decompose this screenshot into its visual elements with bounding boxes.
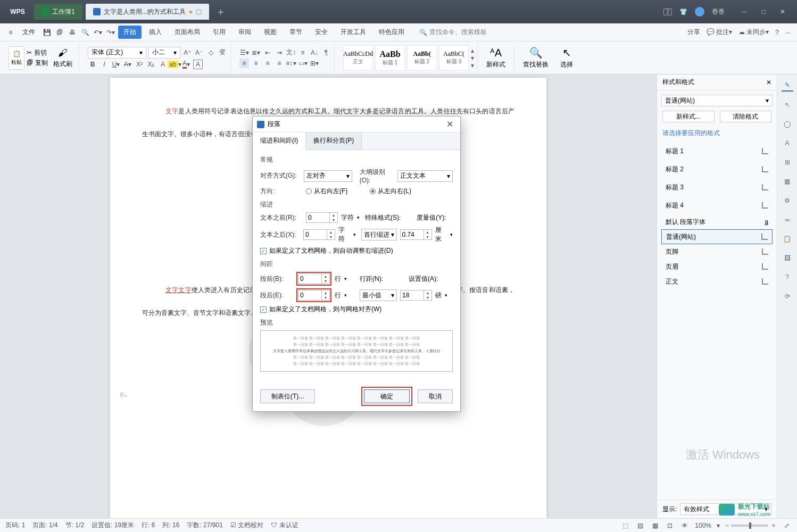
font-shrink-icon[interactable]: A⁻ bbox=[194, 48, 204, 57]
rail-help-icon[interactable]: ? bbox=[782, 271, 793, 283]
dialog-tab-breaks[interactable]: 换行和分页(P) bbox=[306, 132, 362, 149]
before-text-spinner[interactable]: ▲▼ bbox=[306, 212, 338, 223]
fit-icon[interactable]: ⤢ bbox=[782, 521, 792, 530]
undo-alt-icon[interactable]: 🗐 bbox=[54, 27, 65, 38]
style-gallery-more[interactable]: ▴▾▾ bbox=[471, 47, 474, 69]
undo-icon[interactable]: ↶▾ bbox=[93, 27, 103, 38]
bold-icon[interactable]: B bbox=[88, 60, 97, 69]
new-style-button[interactable]: ᴬA新样式 bbox=[483, 46, 509, 69]
find-replace-button[interactable]: 🔍查找替换 bbox=[520, 46, 552, 69]
direction-ltr-radio[interactable]: 从左向右(L) bbox=[370, 187, 411, 196]
space-before-spinner[interactable]: ▲▼ bbox=[298, 273, 330, 284]
sb-section[interactable]: 节: 1/2 bbox=[65, 521, 84, 530]
file-menu[interactable]: 文件 bbox=[18, 27, 39, 38]
ribbon-tab-ref[interactable]: 引用 bbox=[207, 26, 231, 39]
border-icon[interactable]: ⊞▾ bbox=[310, 59, 319, 68]
copy-button[interactable]: 🗐复制 bbox=[27, 59, 48, 68]
sb-auth[interactable]: 🛡 未认证 bbox=[271, 521, 298, 530]
auto-adjust-check[interactable]: ✓如果定义了文档网格，则自动调整右缩进(D) bbox=[260, 246, 453, 255]
font-grow-icon[interactable]: A⁺ bbox=[182, 48, 192, 57]
line-space-icon[interactable]: ≡↕▾ bbox=[286, 59, 296, 68]
rail-settings-icon[interactable]: ⚙ bbox=[782, 195, 793, 206]
enclose-icon[interactable]: A bbox=[193, 60, 203, 69]
sort-icon[interactable]: A↓ bbox=[310, 48, 319, 57]
style-item-h4[interactable]: 标题 4 bbox=[661, 196, 773, 214]
select-button[interactable]: ↖选择 bbox=[557, 46, 576, 69]
menu-icon[interactable]: ≡ bbox=[5, 27, 16, 38]
align-justify-icon[interactable]: ≡ bbox=[275, 59, 284, 68]
rail-shape-icon[interactable]: ◯ bbox=[782, 118, 793, 130]
set-value-spinner[interactable]: ▲▼ bbox=[400, 290, 432, 301]
italic-icon[interactable]: I bbox=[99, 60, 109, 69]
sb-row[interactable]: 行: 6 bbox=[142, 521, 155, 530]
chevron-down-icon[interactable]: ▾ bbox=[450, 232, 453, 237]
style-item-footer[interactable]: 页脚 bbox=[661, 244, 773, 259]
paste-button[interactable]: 📋 粘贴 bbox=[9, 46, 24, 70]
align-left-icon[interactable]: ≡ bbox=[239, 59, 249, 68]
line-spacing-combo[interactable]: 最小值▾ bbox=[360, 289, 397, 301]
ribbon-tab-review[interactable]: 审阅 bbox=[233, 26, 256, 39]
rail-style-icon[interactable]: ✎ bbox=[782, 80, 793, 92]
ribbon-tab-layout[interactable]: 页面布局 bbox=[169, 26, 205, 39]
rail-table-icon[interactable]: ⊞ bbox=[782, 156, 793, 168]
ribbon-tab-special[interactable]: 特色应用 bbox=[373, 26, 410, 39]
font-size-combo[interactable]: 小二▾ bbox=[148, 47, 180, 59]
align-combo[interactable]: 左对齐▾ bbox=[304, 170, 352, 182]
ok-button[interactable]: 确定 bbox=[364, 389, 410, 403]
measure-spinner[interactable]: ▲▼ bbox=[400, 229, 432, 240]
rail-cell-icon[interactable]: ▦ bbox=[782, 176, 793, 187]
redo-icon[interactable]: ↷▾ bbox=[105, 27, 116, 38]
user-avatar-icon[interactable] bbox=[695, 7, 704, 16]
zoom-value[interactable]: 100% bbox=[695, 522, 711, 529]
notification-badge[interactable]: 2 bbox=[663, 9, 672, 15]
section-handle-icon[interactable]: ⎘▾ bbox=[120, 391, 133, 404]
rail-link-icon[interactable]: ⫘ bbox=[782, 214, 793, 226]
after-text-spinner[interactable]: ▲▼ bbox=[303, 229, 335, 240]
chevron-down-icon[interactable]: ▾ bbox=[445, 293, 447, 298]
tabstops-button[interactable]: 制表位(T)... bbox=[260, 389, 315, 403]
style-item-default[interactable]: 默认 段落字体a bbox=[661, 214, 773, 229]
view-print-icon[interactable]: ▤ bbox=[635, 521, 645, 530]
rail-image-icon[interactable]: 🖼 bbox=[782, 252, 793, 264]
search-icon[interactable]: 🔍 bbox=[419, 29, 427, 36]
ribbon-tab-security[interactable]: 安全 bbox=[310, 26, 333, 39]
chevron-down-icon[interactable]: ▾ bbox=[344, 276, 347, 281]
text-effect-icon[interactable]: A bbox=[158, 60, 168, 69]
chevron-down-icon[interactable]: ▾ bbox=[353, 232, 356, 237]
sb-col[interactable]: 列: 16 bbox=[162, 521, 179, 530]
text-dir-icon[interactable]: 文↕ bbox=[286, 48, 296, 57]
style-h2[interactable]: AaBb(标题 2 bbox=[407, 45, 437, 71]
clear-format-icon[interactable]: ◇ bbox=[206, 48, 215, 57]
view-outline-icon[interactable]: ⊡ bbox=[665, 521, 675, 530]
clear-format-btn[interactable]: 清除格式 bbox=[720, 111, 772, 122]
sync-button[interactable]: ☁ 未同步▾ bbox=[738, 28, 769, 37]
view-read-icon[interactable]: ⬚ bbox=[620, 521, 630, 530]
dialog-close-button[interactable]: ✕ bbox=[443, 118, 456, 131]
style-normal[interactable]: AaBbCcDd正文 bbox=[343, 45, 373, 71]
indent-inc-icon[interactable]: ⇥ bbox=[275, 48, 284, 57]
new-style-btn[interactable]: 新样式... bbox=[662, 111, 715, 122]
preview-icon[interactable]: 🔍 bbox=[80, 27, 90, 38]
align-dist-icon[interactable]: ≡ bbox=[298, 48, 308, 57]
style-item-body[interactable]: 正文 bbox=[661, 274, 773, 289]
rail-history-icon[interactable]: ⟳ bbox=[782, 290, 793, 302]
cancel-button[interactable]: 取消 bbox=[418, 389, 453, 403]
sb-proof[interactable]: ☑ 文档校对 bbox=[230, 521, 263, 530]
highlight-icon[interactable]: ab▾ bbox=[170, 60, 179, 69]
view-web-icon[interactable]: ▦ bbox=[650, 521, 660, 530]
search-placeholder[interactable]: 查找命令、搜索模板 bbox=[429, 28, 487, 37]
align-center-icon[interactable]: ≡ bbox=[251, 59, 261, 68]
rail-select-icon[interactable]: ↖ bbox=[782, 99, 793, 111]
view-reading-icon[interactable]: 👁 bbox=[680, 521, 690, 530]
strike-icon[interactable]: A▾ bbox=[123, 60, 132, 69]
chevron-down-icon[interactable]: ▾ bbox=[344, 293, 347, 298]
window-close[interactable]: ✕ bbox=[774, 5, 792, 18]
outline-combo[interactable]: 正文文本▾ bbox=[397, 170, 453, 182]
help-icon[interactable]: ? bbox=[775, 29, 779, 36]
tab-document[interactable]: 文字是人类用...的方式和工具 ● ▢ bbox=[86, 4, 209, 20]
tab-pop-icon[interactable]: ▢ bbox=[196, 8, 202, 15]
style-item-header[interactable]: 页眉 bbox=[661, 259, 773, 274]
rail-clipboard-icon[interactable]: 📋 bbox=[782, 233, 793, 245]
print-icon[interactable]: 🖶 bbox=[67, 27, 78, 38]
snap-grid-check[interactable]: ✓如果定义了文档网格，则与网格对齐(W) bbox=[260, 305, 453, 314]
